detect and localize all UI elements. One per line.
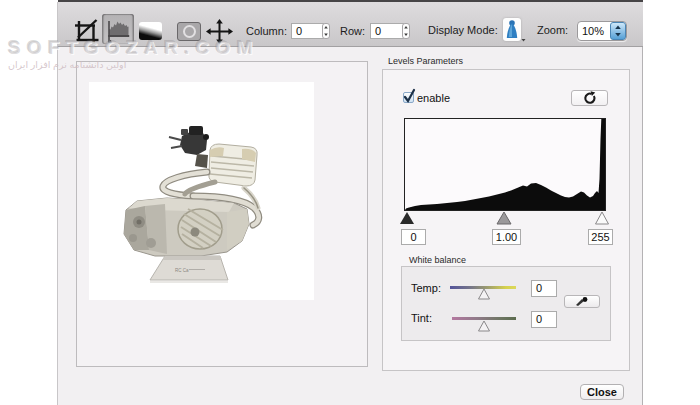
svg-text:RC Ca: RC Ca xyxy=(175,268,189,273)
